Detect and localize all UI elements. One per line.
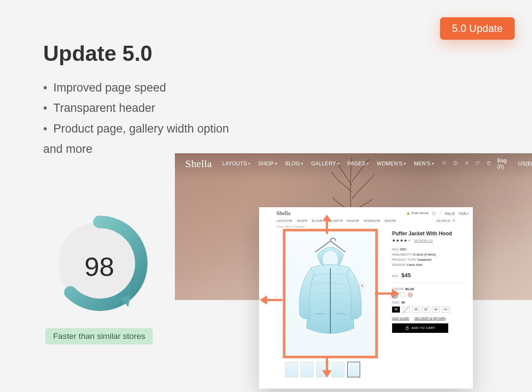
svg-point-5 [466,161,467,163]
star-rating: ★★★★★ [392,238,412,243]
chevron-down-icon: ▾ [432,161,434,166]
swatch-white[interactable] [400,292,405,297]
pc-logo[interactable]: Shella [276,210,291,217]
svg-marker-10 [260,296,267,304]
size-guide-link[interactable]: SIZE GUIDE [392,317,409,320]
thumbnail-selected[interactable] [347,362,360,377]
size-option-unavailable: - [402,307,410,313]
chevron-down-icon: ▾ [367,161,369,166]
chevron-down-icon: ▾ [337,161,339,166]
bag-icon [405,326,409,330]
svg-point-4 [456,164,456,164]
feature-item: Improved page speed [43,78,229,98]
color-label: COLOR: BLUE [392,288,465,291]
pc-nav-pages[interactable]: PAGES▾ [347,218,360,223]
arrow-up-icon [320,215,334,236]
jacket-image-icon [294,237,367,350]
pc-nav-shop[interactable]: SHOP▾ [297,218,307,223]
color-swatches [392,292,465,297]
feature-item: Transparent header [43,98,229,118]
nav-pages[interactable]: PAGES▾ [347,161,369,167]
gallery-thumbnails [285,362,384,377]
pc-search[interactable]: SEARCH [437,219,456,222]
feature-list: Improved page speed Transparent header P… [43,78,229,159]
chevron-down-icon: ▾ [404,161,406,166]
zoom-icon[interactable]: ⊕ [359,282,365,288]
size-label: SIZE: 36 [392,301,465,304]
secure-badge: 🔒 Order secure [406,212,429,215]
pc-heart-icon[interactable]: ♡ [439,212,442,215]
svg-point-6 [453,219,454,221]
svg-marker-12 [323,370,331,377]
chevron-down-icon: ▾ [248,161,250,166]
bag-label[interactable]: Bag (0) [497,158,512,170]
arrow-left-icon [260,294,282,308]
currency-select[interactable]: US($)▾ [518,161,532,167]
old-price: $78 [392,274,398,278]
pc-nav-mens[interactable]: MEN'S▾ [385,218,396,223]
add-to-cart-button[interactable]: ADD TO CART [392,323,448,333]
product-title: Puffer Jacket With Hood [392,231,465,237]
product-meta: SKU: 0001 AVAILABILITY: In stock (9 item… [392,247,465,268]
svg-marker-9 [323,215,331,221]
bag-icon[interactable] [486,161,491,167]
thumbnail[interactable] [301,362,314,377]
delivery-return-link[interactable]: DELIVERY & RETURN [415,317,446,320]
pc-bag-label[interactable]: Bag (0) [445,212,455,215]
nav-womens[interactable]: WOMEN'S▾ [377,161,406,167]
nav-layouts[interactable]: LAYOUTS▾ [222,161,251,167]
update-badge: 5.0 Update [440,17,515,40]
product-gallery: ‹ › [276,229,384,377]
nav-mens[interactable]: MEN'S▾ [414,161,434,167]
thumbnail[interactable] [285,362,298,377]
size-option[interactable]: 36 [392,307,400,313]
size-option[interactable]: 42 [442,307,450,313]
svg-marker-11 [392,289,399,298]
pc-user-icon[interactable]: ◯ [432,212,436,215]
nav-blog[interactable]: BLOG▾ [285,161,304,167]
size-option[interactable]: 30 [422,307,430,313]
svg-point-2 [443,161,445,164]
hero-logo[interactable]: Shella [185,158,212,170]
heart-icon[interactable] [475,161,480,167]
price: $78 $45 [392,272,465,278]
gauge-score: 98 [48,251,151,282]
feature-item: Product page, gallery width option [43,119,229,139]
new-price: $45 [402,272,411,278]
arrow-right-icon [375,287,399,302]
size-options: 36 - 38 30 36 42 [392,307,465,313]
nav-gallery[interactable]: GALLERY▾ [311,161,340,167]
pc-navbar: Shella 🔒 Order secure ◯ ♡ Bag (0) US($)▾ [259,207,473,217]
faster-badge: Faster than similar stores [45,328,153,345]
hero-navbar: Shella LAYOUTS▾ SHOP▾ BLOG▾ GALLERY▾ PAG… [175,158,532,170]
help-icon[interactable] [453,161,458,167]
page-title: Update 5.0 [43,41,152,66]
search-icon [452,219,456,222]
chevron-down-icon: ▾ [275,161,277,166]
gallery-main-image[interactable]: ⊕ [283,229,378,358]
size-option[interactable]: 38 [412,307,420,313]
speed-gauge: 98 [48,212,151,317]
pc-nav-layouts[interactable]: LAYOUTS▾ [276,218,292,223]
product-page-screenshot: Shella 🔒 Order secure ◯ ♡ Bag (0) US($)▾… [259,207,473,389]
reviews-link[interactable]: REVIEWS (2) [414,239,433,242]
search-icon[interactable] [442,161,447,167]
product-details: Puffer Jacket With Hood ★★★★★ REVIEWS (2… [384,229,469,377]
arrow-down-icon [320,357,334,379]
chevron-down-icon: ▾ [301,161,303,166]
nav-shop[interactable]: SHOP▾ [258,161,277,167]
size-option[interactable]: 36 [432,307,440,313]
swatch-pink[interactable] [408,292,413,297]
pc-currency-select[interactable]: US($)▾ [459,212,469,215]
user-icon[interactable] [464,161,469,167]
pc-nav-womens[interactable]: WOMEN'S▾ [364,218,380,223]
